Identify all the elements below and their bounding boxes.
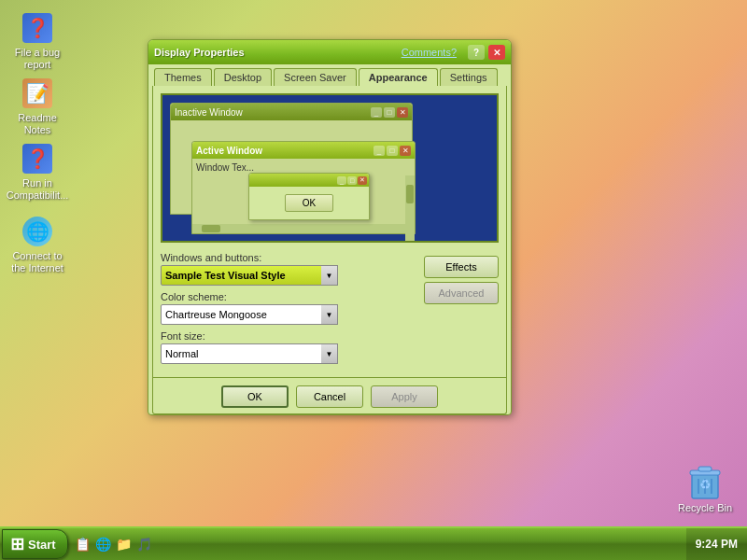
- readme-label: Readme Notes: [7, 112, 67, 136]
- preview-inactive-title-text: Inactive Window: [175, 107, 369, 118]
- start-logo: ⊞: [10, 534, 24, 554]
- help-button[interactable]: ?: [468, 45, 485, 60]
- font-size-select[interactable]: Normal: [161, 343, 338, 364]
- bottom-buttons: OK Cancel Apply: [152, 378, 507, 414]
- preview-inactive-max[interactable]: □: [384, 107, 395, 118]
- preview-inactive-window: Inactive Window _ □ ✕ Active Window _ □ …: [170, 103, 413, 215]
- preview-active-close[interactable]: ✕: [400, 146, 411, 156]
- tab-settings[interactable]: Settings: [440, 68, 498, 86]
- preview-active-titlebar: Active Window _ □ ✕: [192, 142, 415, 159]
- pmtb-max[interactable]: □: [347, 176, 357, 185]
- color-scheme-label: Color scheme:: [161, 291, 424, 302]
- preview-hscroll-thumb: [202, 225, 220, 232]
- desktop-icon-connect[interactable]: 🌐 Connect tothe Internet: [4, 213, 71, 278]
- preview-msgbox-titlebar: _ □ ✕: [249, 174, 369, 187]
- right-buttons: Effects Advanced: [424, 256, 499, 304]
- preview-inactive-body: Active Window _ □ ✕ Window Tex... _: [171, 120, 412, 214]
- taskbar-icon-2[interactable]: 🌐: [94, 535, 113, 553]
- color-scheme-select-wrapper: Chartreuse Mongoose ▼: [161, 304, 338, 325]
- taskbar-time: 9:24 PM: [686, 528, 747, 560]
- tabs-bar: Themes Desktop Screen Saver Appearance S…: [148, 64, 511, 86]
- pmtb-close[interactable]: ✕: [358, 176, 367, 185]
- apply-button[interactable]: Apply: [371, 385, 438, 408]
- readme-icon: 📝: [22, 78, 52, 108]
- form-left: Windows and buttons: Sample Test Visual …: [161, 252, 424, 370]
- desktop-icon-readme[interactable]: 📝 Readme Notes: [4, 75, 71, 140]
- tab-desktop[interactable]: Desktop: [214, 68, 272, 86]
- taskbar-quick-launch: 📋 🌐 📁 🎵: [74, 535, 154, 553]
- windows-buttons-label: Windows and buttons:: [161, 252, 424, 263]
- desktop-icon-file-bug[interactable]: ❓ File a bug report: [4, 9, 71, 75]
- start-button[interactable]: ⊞ Start: [2, 529, 68, 559]
- effects-button[interactable]: Effects: [424, 256, 499, 278]
- desktop-icon-run-compat[interactable]: ❓ Run in Compatibilit...: [4, 140, 71, 205]
- tab-appearance[interactable]: Appearance: [359, 68, 438, 86]
- preview-msgbox: _ □ ✕ OK: [248, 173, 370, 220]
- file-bug-icon: ❓: [22, 13, 52, 43]
- tab-themes[interactable]: Themes: [154, 68, 212, 86]
- color-scheme-row: Color scheme: Chartreuse Mongoose ▼: [161, 291, 424, 325]
- recycle-bin[interactable]: ♻ Recycle Bin: [672, 457, 738, 513]
- taskbar-icon-3[interactable]: 📁: [115, 535, 134, 553]
- recycle-bin-icon: ♻: [683, 457, 727, 502]
- preview-active-body: Window Tex... _ □ ✕ OK: [192, 159, 415, 233]
- preview-scrollbar: [405, 175, 415, 243]
- form-area: Windows and buttons: Sample Test Visual …: [161, 252, 499, 370]
- run-compat-label: Run in Compatibilit...: [7, 177, 69, 202]
- connect-label: Connect tothe Internet: [11, 250, 63, 274]
- preview-active-window: Active Window _ □ ✕ Window Tex... _: [191, 141, 416, 234]
- dialog-titlebar: Display Properties Comments? ? ✕: [148, 40, 511, 64]
- preview-area: Inactive Window _ □ ✕ Active Window _ □ …: [161, 93, 499, 243]
- preview-msgbox-body: OK: [249, 187, 369, 219]
- close-button[interactable]: ✕: [488, 45, 505, 60]
- display-properties-dialog: Display Properties Comments? ? ✕ Themes …: [148, 39, 512, 415]
- svg-text:♻: ♻: [699, 477, 712, 492]
- taskbar-icon-4[interactable]: 🎵: [135, 535, 154, 553]
- start-label: Start: [28, 538, 56, 552]
- preview-inactive-min[interactable]: _: [371, 107, 382, 118]
- preview-inactive-titlebar: Inactive Window _ □ ✕: [171, 104, 412, 120]
- connect-icon: 🌐: [22, 217, 52, 246]
- pmtb-min[interactable]: _: [337, 176, 346, 185]
- windows-buttons-row: Windows and buttons: Sample Test Visual …: [161, 252, 424, 286]
- advanced-button[interactable]: Advanced: [424, 282, 499, 304]
- preview-hscrollbar: [192, 224, 405, 233]
- preview-active-min[interactable]: _: [374, 146, 385, 156]
- preview-active-title-text: Active Window: [196, 146, 372, 156]
- dialog-title: Display Properties: [154, 47, 398, 58]
- recycle-bin-label: Recycle Bin: [678, 502, 732, 513]
- taskbar: ⊞ Start 📋 🌐 📁 🎵 9:24 PM: [0, 526, 747, 560]
- ok-button[interactable]: OK: [221, 385, 289, 408]
- font-size-row: Font size: Normal ▼: [161, 330, 424, 364]
- svg-rect-2: [698, 467, 712, 471]
- preview-window-text: Window Tex...: [196, 162, 254, 173]
- tab-content-appearance: Inactive Window _ □ ✕ Active Window _ □ …: [152, 86, 507, 378]
- taskbar-icon-1[interactable]: 📋: [74, 535, 92, 553]
- tab-screensaver[interactable]: Screen Saver: [274, 68, 357, 86]
- font-size-select-wrapper: Normal ▼: [161, 343, 338, 364]
- windows-buttons-select[interactable]: Sample Test Visual Style: [161, 265, 338, 286]
- preview-ok-button[interactable]: OK: [285, 194, 333, 212]
- comments-link[interactable]: Comments?: [402, 47, 457, 58]
- windows-buttons-select-wrapper: Sample Test Visual Style ▼: [161, 265, 338, 286]
- font-size-label: Font size:: [161, 330, 424, 342]
- color-scheme-select[interactable]: Chartreuse Mongoose: [161, 304, 338, 325]
- preview-scroll-thumb: [406, 185, 414, 203]
- run-compat-icon: ❓: [22, 144, 52, 174]
- file-bug-label: File a bug report: [7, 47, 67, 71]
- preview-active-max[interactable]: □: [387, 146, 398, 156]
- preview-inactive-close[interactable]: ✕: [397, 107, 408, 118]
- cancel-button[interactable]: Cancel: [296, 385, 363, 408]
